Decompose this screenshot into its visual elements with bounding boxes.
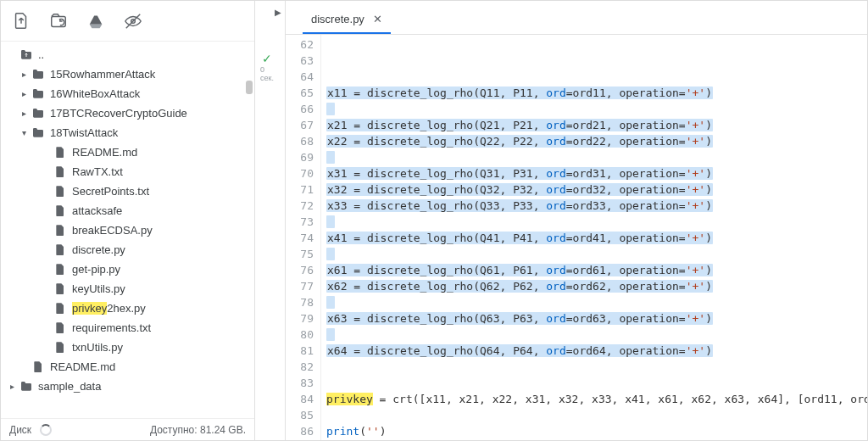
file-SecretPoints.txt[interactable]: SecretPoints.txt: [6, 181, 254, 201]
file-icon: [52, 204, 69, 218]
toggle-hidden-icon[interactable]: [121, 9, 145, 33]
code-line[interactable]: [326, 359, 867, 375]
code-line[interactable]: [326, 101, 867, 117]
file-icon: [52, 263, 69, 276]
tree-item-label: README.md: [50, 360, 115, 373]
code-line[interactable]: [326, 375, 867, 391]
file-tree[interactable]: ..▸15RowhammerAttack▸16WhiteBoxAttack▸17…: [1, 42, 254, 418]
file-attacksafe[interactable]: attacksafe: [6, 201, 254, 220]
file-icon: [52, 282, 69, 296]
tree-arrow-icon: ▸: [6, 382, 18, 391]
disk-footer: Диск Доступно: 81.24 GB.: [1, 418, 254, 440]
tree-item-label: RawTX.txt: [72, 165, 123, 178]
tree-arrow-icon: ▸: [18, 89, 30, 98]
folder-icon: [30, 87, 47, 101]
editor-panel: discrete.py ✕ 62636465666768697071727374…: [286, 1, 867, 440]
code-line[interactable]: x21 = discrete_log_rho(Q21, P21, ord=ord…: [326, 117, 867, 133]
tree-item-label: get-pip.py: [72, 263, 120, 276]
folder-15RowhammerAttack[interactable]: ▸15RowhammerAttack: [6, 64, 254, 84]
tab-label: discrete.py: [311, 13, 364, 25]
file-discrete.py[interactable]: discrete.py: [6, 240, 254, 260]
tree-arrow-icon: ▸: [18, 70, 30, 79]
upload-icon[interactable]: [9, 9, 33, 33]
code-line[interactable]: [326, 294, 867, 310]
file-privkey2hex.py[interactable]: privkey2hex.py: [6, 299, 254, 318]
tree-item-label: 18TwistAttack: [50, 126, 118, 139]
folder-sample_data[interactable]: ▸sample_data: [6, 377, 254, 396]
tree-item-label: attacksafe: [72, 204, 122, 217]
code-line[interactable]: [326, 53, 867, 69]
file-icon: [52, 224, 69, 237]
tree-item-label: requirements.txt: [72, 321, 151, 334]
file-README.md[interactable]: README.md: [6, 142, 254, 162]
folder-18TwistAttack[interactable]: ▾18TwistAttack: [6, 123, 254, 142]
code-line[interactable]: x41 = discrete_log_rho(Q41, P41, ord=ord…: [326, 230, 867, 246]
scrollbar-thumb[interactable]: [246, 81, 253, 94]
code-line[interactable]: x33 = discrete_log_rho(Q33, P33, ord=ord…: [326, 198, 867, 214]
file-icon: [52, 243, 69, 257]
app-root: ..▸15RowhammerAttack▸16WhiteBoxAttack▸17…: [0, 0, 868, 441]
cell-status-check-icon: ✓: [262, 52, 272, 65]
tree-item-label: breakECDSA.py: [72, 224, 153, 237]
cell-exec-time: 0сек.: [260, 65, 274, 82]
folder-icon: [30, 126, 47, 140]
file-keyUtils.py[interactable]: keyUtils.py: [6, 279, 254, 299]
code-area[interactable]: x11 = discrete_log_rho(Q11, P11, ord=ord…: [321, 35, 867, 440]
mount-drive-icon[interactable]: [84, 9, 108, 33]
disk-available: Доступно: 81.24 GB.: [150, 424, 246, 436]
code-line[interactable]: [326, 36, 867, 53]
folder-icon: [30, 107, 47, 120]
code-line[interactable]: x63 = discrete_log_rho(Q63, P63, ord=ord…: [326, 310, 867, 327]
svg-rect-0: [52, 16, 66, 26]
file-RawTX.txt[interactable]: RawTX.txt: [6, 162, 254, 181]
file-txnUtils.py[interactable]: txnUtils.py: [6, 338, 254, 357]
code-line[interactable]: [326, 214, 867, 230]
tree-root-up[interactable]: ..: [6, 45, 254, 64]
folder-icon: [30, 68, 47, 81]
tree-item-label: ..: [38, 48, 44, 61]
code-line[interactable]: [326, 407, 867, 423]
code-line[interactable]: [326, 246, 867, 262]
tree-arrow-icon: ▸: [18, 109, 30, 118]
code-line[interactable]: x61 = discrete_log_rho(Q61, P61, ord=ord…: [326, 262, 867, 278]
folder-icon: [18, 380, 35, 394]
code-line[interactable]: x22 = discrete_log_rho(Q22, P22, ord=ord…: [326, 133, 867, 149]
tree-item-label: README.md: [72, 146, 137, 159]
tree-item-label: sample_data: [38, 380, 101, 393]
close-icon[interactable]: ✕: [373, 13, 382, 25]
code-line[interactable]: [326, 149, 867, 165]
file-icon: [30, 360, 47, 374]
code-line[interactable]: x64 = discrete_log_rho(Q64, P64, ord=ord…: [326, 343, 867, 359]
folder-icon: [18, 48, 35, 62]
collapse-triangle-icon[interactable]: ▶: [275, 8, 281, 17]
file-breakECDSA.py[interactable]: breakECDSA.py: [6, 220, 254, 240]
folder-17BTCRecoverCryptoGuide[interactable]: ▸17BTCRecoverCryptoGuide: [6, 103, 254, 123]
code-line[interactable]: print(''): [326, 423, 867, 439]
tab-discrete-py[interactable]: discrete.py ✕: [303, 5, 391, 34]
file-get-pip.py[interactable]: get-pip.py: [6, 260, 254, 279]
file-icon: [52, 341, 69, 354]
tree-item-label: SecretPoints.txt: [72, 185, 149, 198]
code-line[interactable]: [326, 327, 867, 343]
folder-16WhiteBoxAttack[interactable]: ▸16WhiteBoxAttack: [6, 84, 254, 103]
spinner-icon: [40, 424, 52, 436]
code-line[interactable]: [326, 69, 867, 85]
file-icon: [52, 146, 69, 159]
code-line[interactable]: x11 = discrete_log_rho(Q11, P11, ord=ord…: [326, 85, 867, 101]
file-icon: [52, 321, 69, 335]
code-line[interactable]: x62 = discrete_log_rho(Q62, P62, ord=ord…: [326, 278, 867, 294]
code-line[interactable]: x32 = discrete_log_rho(Q32, P32, ord=ord…: [326, 181, 867, 198]
code-line[interactable]: privkey = crt([x11, x21, x22, x31, x32, …: [326, 391, 867, 407]
code-line[interactable]: x31 = discrete_log_rho(Q31, P31, ord=ord…: [326, 165, 867, 181]
tree-item-label: txnUtils.py: [72, 341, 123, 354]
file-requirements.txt[interactable]: requirements.txt: [6, 318, 254, 338]
line-gutter: 6263646566676869707172737475767778798081…: [286, 35, 321, 440]
cell-gutter: ▶ ✓ 0сек.: [255, 1, 286, 440]
file-README.md[interactable]: README.md: [6, 357, 254, 377]
file-panel: ..▸15RowhammerAttack▸16WhiteBoxAttack▸17…: [1, 1, 255, 440]
file-icon: [52, 165, 69, 179]
code-editor[interactable]: 6263646566676869707172737475767778798081…: [286, 35, 867, 440]
tree-item-label: keyUtils.py: [72, 282, 125, 295]
refresh-icon[interactable]: [47, 9, 70, 33]
tree-item-label: 17BTCRecoverCryptoGuide: [50, 107, 187, 120]
